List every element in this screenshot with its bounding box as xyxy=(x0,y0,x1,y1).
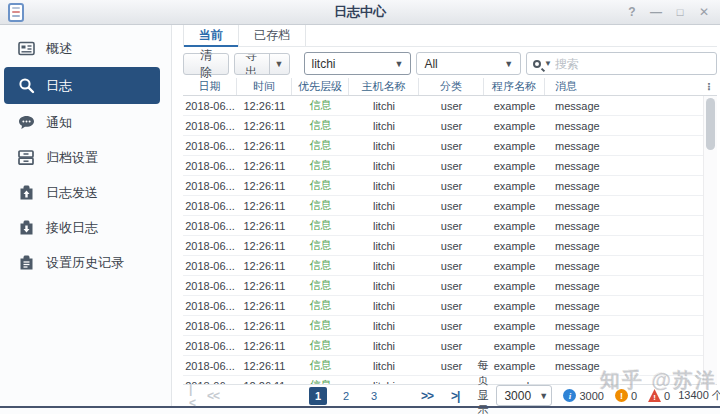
cell-program: example xyxy=(484,300,545,312)
table-row[interactable]: 2018-06...12:26:11信息litchiuserexamplemes… xyxy=(183,236,717,256)
sidebar-item-overview[interactable]: 概述 xyxy=(0,31,171,66)
sidebar-item-notification[interactable]: 通知 xyxy=(0,105,171,140)
table-row[interactable]: 2018-06...12:26:11信息litchiuserexamplemes… xyxy=(183,136,717,156)
first-page-button[interactable]: |< xyxy=(185,382,199,410)
table-row[interactable]: 2018-06...12:26:11信息litchiuserexamplemes… xyxy=(183,256,717,276)
cell-date: 2018-06... xyxy=(183,220,237,232)
column-header-message[interactable]: 消息 xyxy=(545,78,701,95)
table-row[interactable]: 2018-06...12:26:11信息litchiuserexamplemes… xyxy=(183,176,717,196)
cell-program: example xyxy=(484,320,545,332)
cell-category: user xyxy=(419,260,484,272)
column-header-time[interactable]: 时间 xyxy=(237,78,292,95)
overview-icon xyxy=(17,40,35,58)
cell-date: 2018-06... xyxy=(183,200,237,212)
next-page-button[interactable]: >> xyxy=(417,389,437,403)
search-input[interactable] xyxy=(555,57,710,71)
cell-time: 12:26:11 xyxy=(237,240,292,252)
cell-level: 信息 xyxy=(292,298,349,313)
sidebar-item-label: 日志 xyxy=(46,77,72,95)
log-center-window: 日志中心 ? — □ ✕ 概述日志通知归档设置日志发送接收日志设置历史记录 当前… xyxy=(0,0,720,414)
cell-host: litchi xyxy=(349,120,419,132)
column-header-level[interactable]: 优先层级 xyxy=(292,78,349,95)
search-options-chevron-icon[interactable]: ▼ xyxy=(544,59,552,68)
notification-icon xyxy=(17,114,35,132)
per-page-select[interactable]: 3000 ▼ xyxy=(496,385,552,406)
column-header-host[interactable]: 主机名称 xyxy=(349,78,419,95)
prev-page-button[interactable]: << xyxy=(203,389,223,403)
help-icon[interactable]: ? xyxy=(624,4,640,20)
receive-log-icon xyxy=(17,219,35,237)
table-rows: 2018-06...12:26:11信息litchiuserexamplemes… xyxy=(183,96,717,384)
table-row[interactable]: 2018-06...12:26:11信息litchiuserexamplemes… xyxy=(183,276,717,296)
cell-message: message xyxy=(545,220,702,232)
cell-level: 信息 xyxy=(292,118,349,133)
table-row[interactable]: 2018-06...12:26:11信息litchiuserexamplemes… xyxy=(183,376,717,384)
search-icon[interactable] xyxy=(533,60,541,68)
column-header-program[interactable]: 程序名称 xyxy=(484,78,545,95)
cell-category: user xyxy=(419,140,484,152)
tab-current[interactable]: 当前 xyxy=(183,25,238,46)
table-row[interactable]: 2018-06...12:26:11信息litchiuserexamplemes… xyxy=(183,196,717,216)
cell-host: litchi xyxy=(349,180,419,192)
cell-time: 12:26:11 xyxy=(237,160,292,172)
tab-archived[interactable]: 已存档 xyxy=(238,25,306,46)
table-row[interactable]: 2018-06...12:26:11信息litchiuserexamplemes… xyxy=(183,356,717,376)
error-count-group: ! 0 xyxy=(648,389,670,402)
page-button-1[interactable]: 1 xyxy=(309,387,327,405)
cell-message: message xyxy=(545,360,702,372)
clear-button[interactable]: 清除 xyxy=(183,53,229,75)
cell-category: user xyxy=(419,380,484,385)
table-row[interactable]: 2018-06...12:26:11信息litchiuserexamplemes… xyxy=(183,336,717,356)
cell-level: 信息 xyxy=(292,358,349,373)
send-log-icon xyxy=(17,184,35,202)
sidebar-item-history[interactable]: 设置历史记录 xyxy=(0,245,171,280)
cell-level: 信息 xyxy=(292,338,349,353)
sidebar-item-receive-log[interactable]: 接收日志 xyxy=(0,210,171,245)
column-header-category[interactable]: 分类 xyxy=(419,78,484,95)
maximize-icon[interactable]: □ xyxy=(672,4,688,20)
table-row[interactable]: 2018-06...12:26:11信息litchiuserexamplemes… xyxy=(183,96,717,116)
table-row[interactable]: 2018-06...12:26:11信息litchiuserexamplemes… xyxy=(183,116,717,136)
cell-time: 12:26:11 xyxy=(237,140,292,152)
sidebar-item-archive-settings[interactable]: 归档设置 xyxy=(0,140,171,175)
cell-message: message xyxy=(545,280,702,292)
cell-host: litchi xyxy=(349,320,419,332)
column-header-date[interactable]: 日期 xyxy=(183,78,237,95)
table-row[interactable]: 2018-06...12:26:11信息litchiuserexamplemes… xyxy=(183,296,717,316)
last-page-button[interactable]: >| xyxy=(447,389,463,403)
sidebar-item-label: 设置历史记录 xyxy=(46,254,124,272)
category-filter-select[interactable]: All ▼ xyxy=(416,52,521,75)
cell-message: message xyxy=(545,260,702,272)
sidebar-item-send-log[interactable]: 日志发送 xyxy=(0,175,171,210)
window-bottom-edge xyxy=(0,406,720,414)
host-filter-select[interactable]: litchi ▼ xyxy=(304,52,412,75)
table-row[interactable]: 2018-06...12:26:11信息litchiuserexamplemes… xyxy=(183,216,717,236)
table-row[interactable]: 2018-06...12:26:11信息litchiuserexamplemes… xyxy=(183,316,717,336)
export-button[interactable]: 导出 xyxy=(235,54,269,74)
minimize-icon[interactable]: — xyxy=(648,4,664,20)
pagination-bar: |< << 123 >> >| 每页显示数 3000 ▼ i 3000 ! xyxy=(183,384,717,406)
scrollbar-thumb[interactable] xyxy=(706,98,715,150)
column-options-icon[interactable]: ⋮ xyxy=(701,81,717,92)
cell-message: message xyxy=(545,120,702,132)
cell-date: 2018-06... xyxy=(183,100,237,112)
cell-program: example xyxy=(484,220,545,232)
cell-level: 信息 xyxy=(292,198,349,213)
page-button-3[interactable]: 3 xyxy=(365,387,383,405)
cell-host: litchi xyxy=(349,300,419,312)
cell-category: user xyxy=(419,280,484,292)
cell-time: 12:26:11 xyxy=(237,380,292,385)
page-button-2[interactable]: 2 xyxy=(337,387,355,405)
cell-date: 2018-06... xyxy=(183,300,237,312)
close-icon[interactable]: ✕ xyxy=(696,4,712,20)
sidebar-item-log-search[interactable]: 日志 xyxy=(4,67,160,104)
export-dropdown-arrow-icon[interactable]: ▼ xyxy=(269,54,289,74)
cell-level: 信息 xyxy=(292,138,349,153)
cell-program: example xyxy=(484,280,545,292)
table-row[interactable]: 2018-06...12:26:11信息litchiuserexamplemes… xyxy=(183,156,717,176)
cell-program: example xyxy=(484,120,545,132)
cell-program: example xyxy=(484,140,545,152)
cell-date: 2018-06... xyxy=(183,320,237,332)
cell-program: example xyxy=(484,240,545,252)
cell-host: litchi xyxy=(349,220,419,232)
